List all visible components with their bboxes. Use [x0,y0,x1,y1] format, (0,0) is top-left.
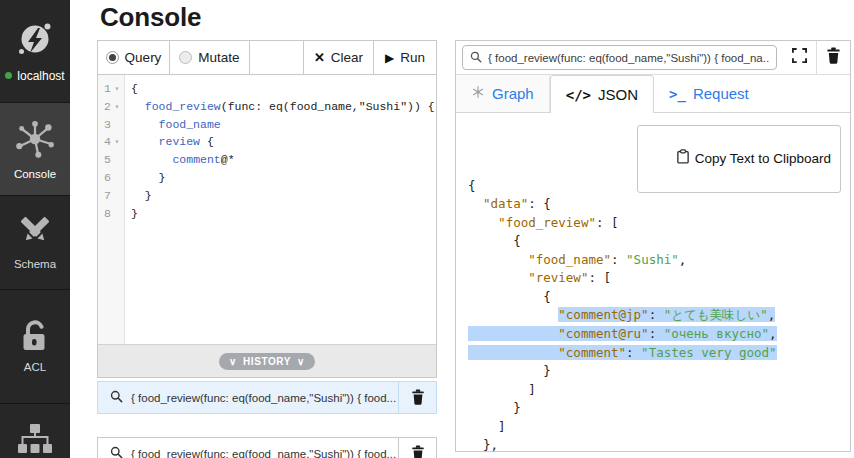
history-toggle-button[interactable]: ∨ HISTORY ∨ [219,353,315,370]
fullscreen-icon [792,48,807,67]
trash-icon [411,445,425,458]
delete-history-button[interactable] [398,438,436,458]
gutter-line: 4▾ [98,133,124,151]
editor-toolbar: Query Mutate ✕ Clear ▶ Run [98,41,436,75]
json-line: } [468,362,850,381]
mutate-radio-button[interactable]: Mutate [170,41,250,74]
gutter-line: 3 [98,116,124,134]
unlocked-padlock-icon [20,320,50,354]
toolbar-spacer [250,41,304,74]
sidebar-item-console[interactable]: Console [0,103,70,196]
delete-history-button[interactable] [398,382,436,413]
executed-query-text: { food_review(func: eq(food_name,"Sushi"… [488,52,769,64]
query-radio-label: Query [125,50,162,65]
query-panel: Query Mutate ✕ Clear ▶ Run 1▾2▾34▾5678 {… [97,40,437,378]
run-button-label: Run [400,50,425,65]
page-title: Console [100,2,201,33]
history-toggle-label: HISTORY [243,356,291,367]
sidebar-item-localhost[interactable]: localhost [0,0,70,103]
json-line: "data": { [468,195,850,214]
trash-icon [411,389,425,407]
clipboard-icon [647,130,689,188]
history-footer: ∨ HISTORY ∨ [98,344,436,377]
trash-icon [826,47,841,68]
history-query-text: { food_review(func: eq(food_name,"Sushi"… [131,392,396,404]
json-line: { [468,288,850,307]
tab-graph-label: Graph [492,85,534,102]
editor-line: food_name [131,116,436,134]
crossed-pencils-icon [17,215,53,251]
sidebar-item-label: Console [14,168,56,180]
sidebar-item-schema[interactable]: Schema [0,196,70,290]
executed-query-input[interactable]: { food_review(func: eq(food_name,"Sushi"… [462,45,777,70]
editor-line: } [131,205,436,223]
editor-line: { [131,80,436,98]
editor-line: comment@* [131,151,436,169]
run-play-icon: ▶ [385,51,394,65]
json-line: "review": [ [468,269,850,288]
clear-button[interactable]: ✕ Clear [304,41,374,74]
tab-json-active[interactable]: </> JSON [550,75,654,113]
run-button[interactable]: ▶ Run [374,41,436,74]
gutter-line: 1▾ [98,80,124,98]
tab-request[interactable]: >_ Request [654,75,764,112]
editor-code: { food_review(func: eq(food_name,"Sushi"… [125,75,436,344]
radio-selected-icon [106,51,119,64]
code-brackets-icon: </> [566,87,591,103]
results-toolbar: { food_review(func: eq(food_name,"Sushi"… [456,41,850,75]
mutate-radio-label: Mutate [198,50,239,65]
json-line: }, [468,436,850,451]
json-line: "comment@jp": "とても美味しい", [468,306,850,325]
editor-line: } [131,169,436,187]
sidebar: localhost Console [0,0,70,458]
chevron-down-icon: ∨ [229,356,237,367]
editor-line: food_review(func: eq(food_name,"Sushi"))… [131,98,436,116]
json-response-view: Copy Text to Clipboard { "data": { "food… [456,113,850,451]
gutter-line: 6 [98,169,124,187]
fold-toggle-icon[interactable]: ▾ [111,80,123,98]
json-line: "comment": "Tastes very good" [468,344,850,363]
query-radio-button[interactable]: Query [98,41,170,74]
sidebar-item-label: Schema [14,258,56,270]
gutter-line: 5 [98,151,124,169]
query-editor[interactable]: 1▾2▾34▾5678 { food_review(func: eq(food_… [98,75,436,344]
json-lines: { "data": { "food_review": [ { "food_nam… [468,177,850,451]
connection-status-dot [5,72,12,79]
graph-burst-icon [471,85,485,102]
clear-button-label: Clear [331,50,363,65]
gutter-line: 7 [98,187,124,205]
clear-x-icon: ✕ [314,50,325,65]
editor-line: review { [131,133,436,151]
json-line: { [468,232,850,251]
copy-button-label: Copy Text to Clipboard [695,150,831,169]
clear-results-button[interactable] [817,41,850,74]
history-item-selected[interactable]: { food_review(func: eq(food_name,"Sushi"… [97,381,437,414]
chevron-down-icon: ∨ [297,356,305,367]
json-line: ] [468,418,850,437]
sidebar-item-acl[interactable]: ACL [0,290,70,404]
cluster-hierarchy-icon [18,424,52,456]
search-icon [110,446,123,458]
terminal-prompt-icon: >_ [669,86,686,102]
json-line: "food_name": "Sushi", [468,251,850,270]
tab-graph[interactable]: Graph [456,75,550,112]
sidebar-item-label: ACL [24,361,46,373]
tab-request-label: Request [693,85,749,102]
fold-toggle-icon[interactable]: ▾ [111,98,123,116]
dgraph-logo-icon [15,20,55,62]
fold-toggle-icon[interactable]: ▾ [111,133,123,151]
gutter-line: 2▾ [98,98,124,116]
json-line: "comment@ru": "очень вкусно", [468,325,850,344]
results-tabs: Graph </> JSON >_ Request [456,75,850,113]
history-item[interactable]: { food_review(func: eq(food_name,"Sushi"… [97,437,437,458]
sidebar-item-cluster[interactable] [0,404,70,458]
json-line: } [468,399,850,418]
results-panel: { food_review(func: eq(food_name,"Sushi"… [455,40,851,452]
search-icon [110,390,123,405]
copy-to-clipboard-button[interactable]: Copy Text to Clipboard [637,125,841,193]
editor-line-gutter: 1▾2▾34▾5678 [98,75,125,344]
graph-network-icon [14,119,56,161]
fullscreen-button[interactable] [783,41,816,74]
sidebar-item-label: localhost [17,69,64,83]
json-line: "food_review": [ [468,214,850,233]
